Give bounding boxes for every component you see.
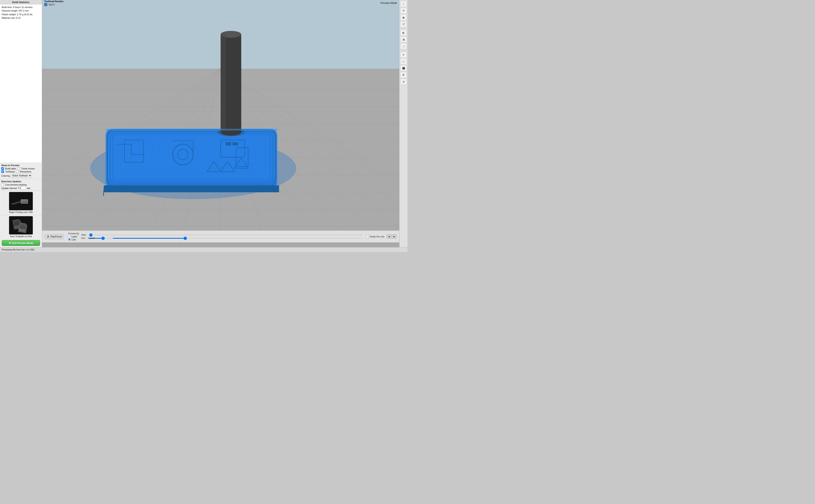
- move-icon: ✛: [402, 9, 405, 12]
- realtime-section: Real-time Updates Live preview tracking …: [0, 179, 42, 190]
- exit-button-label: Exit Preview Mode: [12, 242, 33, 244]
- camera-button[interactable]: ▣: [400, 14, 407, 20]
- speed-section: Speed:: [88, 237, 113, 239]
- rotate-button[interactable]: ↺: [400, 21, 407, 27]
- view-top-button[interactable]: ⬜: [400, 43, 407, 49]
- preview-mode-label: Preview Mode: [380, 2, 397, 5]
- disk-thumbnail[interactable]: [9, 216, 33, 235]
- toolhead-color-box: [44, 3, 47, 6]
- show-in-preview-section: Show in Preview Build table Travel moves…: [0, 163, 42, 179]
- end-label: End: [81, 237, 88, 239]
- retractions-label: Retractions: [20, 170, 31, 173]
- update-interval-label: Update interval: [1, 187, 17, 189]
- realtime-label: Real-time Updates: [1, 180, 41, 183]
- single-line-label: Single line only: [370, 235, 384, 238]
- usb-label: Begin Printing over USB: [9, 211, 33, 213]
- layer-radio-label: Layer: [71, 235, 77, 238]
- solid-button[interactable]: ⬛: [400, 65, 407, 71]
- live-preview-checkbox[interactable]: [1, 183, 4, 186]
- stat-build-time: Build time: 0 hours 15 minutes: [2, 5, 40, 9]
- single-line-section: Single line only: [366, 235, 384, 238]
- exit-preview-button[interactable]: ⬅ Exit Preview Mode: [2, 240, 40, 246]
- grid-button[interactable]: ⊞: [400, 79, 407, 85]
- usb-section: Begin Printing over USB: [0, 190, 42, 215]
- disk-image-svg: [10, 217, 32, 233]
- travel-moves-checkbox[interactable]: [17, 167, 20, 170]
- rotate-icon: ↺: [402, 23, 405, 26]
- start-slider-row: Start: [81, 234, 362, 236]
- line-radio-label: Line: [71, 238, 76, 241]
- viewport-3d-scene: [42, 0, 399, 247]
- coloring-row: Coloring Active Toolhead Tool Number Spe…: [1, 174, 41, 178]
- update-interval-input[interactable]: [18, 186, 26, 190]
- speed-slider[interactable]: [96, 238, 113, 239]
- build-table-row: Build table Travel moves: [1, 167, 41, 170]
- nav-buttons: ◀ ▶: [386, 234, 396, 239]
- grid-icon: ⊞: [403, 81, 404, 83]
- toolhead-row: Toolhead Retractions: [1, 170, 41, 173]
- nav-prev-button[interactable]: ◀: [386, 234, 391, 239]
- end-slider[interactable]: [89, 238, 362, 239]
- status-text: Previewing file from line 1 to 3362: [2, 249, 34, 251]
- viewport[interactable]: Toolhead Number Tool 0 Preview Mode: [42, 0, 399, 247]
- axis-icon: ⊕: [402, 53, 404, 56]
- show-in-preview-label: Show in Preview: [1, 164, 41, 167]
- left-panel: Build Statistics Build time: 0 hours 15 …: [0, 0, 42, 247]
- svg-rect-75: [233, 142, 238, 145]
- layer-radio[interactable]: [68, 235, 71, 238]
- update-interval-row: Update interval sec: [1, 186, 41, 190]
- home-button[interactable]: ⌂: [400, 1, 407, 7]
- disk-label: Save Toolpaths to Disk: [10, 235, 32, 238]
- build-table-checkbox[interactable]: [1, 167, 4, 170]
- axis-button[interactable]: ⊕: [400, 52, 407, 58]
- play-pause-button[interactable]: ⏸ Play/Pause: [45, 234, 64, 239]
- right-toolbar: ⌂ ✛ ▣ ↺ ◧ ◨ ⬜ ⊕: [399, 0, 408, 247]
- svg-marker-86: [104, 185, 279, 192]
- view-front-icon: ◧: [402, 32, 404, 34]
- start-slider[interactable]: [89, 235, 362, 235]
- live-preview-label: Live preview tracking: [5, 183, 27, 186]
- viewport-top-bar: Toolhead Number Tool 0 Preview Mode: [42, 0, 399, 6]
- wireframe-icon: ⬡: [402, 60, 404, 63]
- play-icon: ⏸: [47, 235, 49, 238]
- preview-by-section: Preview By Layer Line: [68, 232, 79, 241]
- view-front-button[interactable]: ◧: [400, 30, 407, 36]
- preview-by-label: Preview By: [68, 232, 79, 235]
- update-interval-unit: sec: [27, 187, 30, 189]
- stat-filament: Filament length: 947.2 mm: [2, 9, 40, 12]
- panel-title: Build Statistics: [0, 0, 42, 4]
- svg-marker-88: [105, 129, 277, 130]
- line-radio[interactable]: [68, 238, 71, 241]
- nav-next-button[interactable]: ▶: [392, 234, 396, 239]
- usb-image-svg: [10, 193, 32, 209]
- svg-rect-60: [105, 129, 277, 189]
- stat-plastic-weight: Plastic weight: 2.76 g (0.01 lb): [2, 13, 40, 16]
- toolhead-section: Toolhead Number Tool 0: [44, 0, 63, 6]
- usb-thumbnail[interactable]: [9, 192, 33, 210]
- stat-material-cost: Material cost: 0.13: [2, 16, 40, 20]
- end-slider-row: End: [81, 237, 362, 239]
- svg-rect-2: [22, 201, 24, 201]
- travel-moves-label: Travel moves: [21, 167, 35, 170]
- main-row: Build Statistics Build time: 0 hours 15 …: [0, 0, 408, 247]
- toolhead-label: Toolhead: [5, 170, 15, 173]
- home-icon: ⌂: [403, 2, 404, 5]
- slider-section: Start End: [81, 234, 362, 239]
- svg-rect-84: [221, 34, 226, 132]
- speed-label: Speed:: [88, 237, 95, 239]
- single-line-checkbox[interactable]: [366, 235, 369, 238]
- coloring-select[interactable]: Active Toolhead Tool Number Speed Temper…: [11, 174, 32, 178]
- stats-area: Build time: 0 hours 15 minutes Filament …: [0, 4, 42, 163]
- move-button[interactable]: ✛: [400, 8, 407, 14]
- retractions-checkbox[interactable]: [16, 170, 19, 173]
- toolhead-number-label: Toolhead Number: [44, 0, 63, 3]
- wireframe-button[interactable]: ⬡: [400, 58, 407, 64]
- settings-button[interactable]: ⚙: [400, 72, 407, 78]
- view-side-button[interactable]: ◨: [400, 36, 407, 42]
- build-table-label: Build table: [5, 167, 16, 170]
- exit-arrow-icon: ⬅: [9, 241, 11, 245]
- settings-icon: ⚙: [402, 73, 405, 76]
- toolhead-checkbox[interactable]: [1, 170, 4, 173]
- svg-rect-3: [24, 201, 27, 201]
- solid-icon: ⬛: [402, 67, 405, 69]
